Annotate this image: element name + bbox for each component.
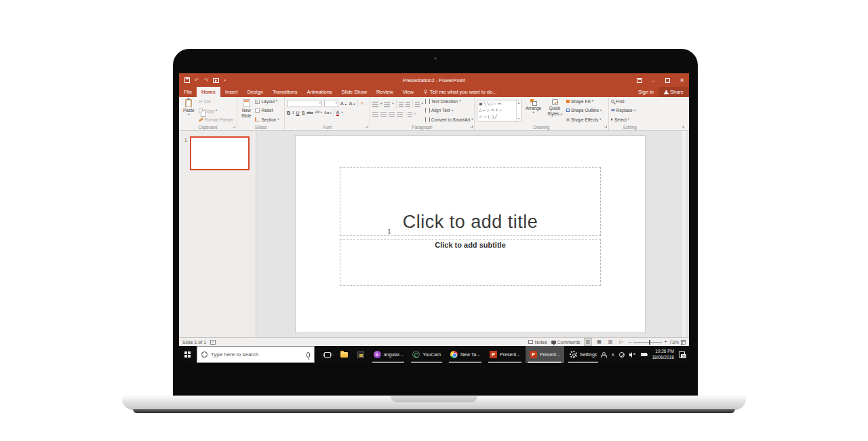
strikethrough-button[interactable]: abc: [307, 111, 313, 115]
start-slideshow-icon[interactable]: [213, 78, 219, 83]
powerpoint-window-1-button[interactable]: PPresent...: [486, 346, 524, 363]
font-name-combo[interactable]: ▾: [287, 100, 322, 107]
restore-button[interactable]: [660, 73, 675, 87]
search-input[interactable]: [211, 351, 303, 358]
align-left-icon[interactable]: [372, 112, 378, 117]
shapes-gallery-scrollbar[interactable]: ▲▾: [516, 100, 521, 121]
start-button[interactable]: [179, 346, 197, 363]
volume-muted-icon[interactable]: [629, 352, 636, 358]
underline-button[interactable]: U: [296, 111, 299, 115]
slide-thumbnail-selected[interactable]: [190, 136, 250, 170]
dialog-launcher-icon[interactable]: [604, 126, 607, 128]
align-right-icon[interactable]: [389, 112, 395, 117]
layout-button[interactable]: Layout▾: [255, 99, 279, 104]
tab-file[interactable]: File: [179, 87, 197, 97]
line-spacing-icon[interactable]: [415, 102, 420, 107]
find-button[interactable]: Find: [611, 99, 635, 104]
slideshow-view-button[interactable]: ▷: [618, 339, 624, 345]
photos-app-button[interactable]: [353, 346, 368, 363]
zoom-slider-thumb[interactable]: [649, 340, 650, 345]
title-placeholder[interactable]: Click to add title: [340, 167, 601, 236]
cut-button[interactable]: ✂Cut: [199, 99, 234, 104]
file-explorer-button[interactable]: [336, 346, 352, 363]
tray-clock[interactable]: 10:26 PM 18/06/2018: [652, 349, 674, 360]
copy-button[interactable]: Copy▾: [199, 109, 234, 113]
dialog-launcher-icon[interactable]: [233, 126, 235, 128]
tab-review[interactable]: Review: [372, 87, 398, 97]
close-button[interactable]: ✕: [675, 73, 689, 87]
quick-styles-button[interactable]: Quick Styles ▾: [545, 98, 564, 123]
convert-smartart-button[interactable]: Convert to SmartArt▾: [425, 117, 473, 122]
subtitle-placeholder[interactable]: Click to add subtitle: [340, 239, 601, 286]
new-slide-button[interactable]: New Slide: [239, 98, 253, 123]
font-size-combo[interactable]: ▾: [324, 100, 338, 107]
slide-sorter-view-button[interactable]: ▦: [595, 339, 603, 345]
notes-button[interactable]: Notes: [528, 340, 547, 345]
select-button[interactable]: Select▾: [611, 117, 635, 122]
grow-font-button[interactable]: A▲: [340, 101, 347, 106]
vertical-scrollbar[interactable]: [682, 131, 686, 337]
share-button[interactable]: Share: [658, 87, 689, 97]
shapes-gallery[interactable]: ▣╲╲□○▭△⌐◇⇒⇓⌂☆∼( )╱· ▲▾: [477, 100, 521, 121]
reset-button[interactable]: Reset: [255, 108, 279, 113]
dialog-launcher-icon[interactable]: [366, 126, 368, 128]
fit-slide-to-window-icon[interactable]: [681, 340, 686, 345]
customize-qat-icon[interactable]: ▾: [224, 78, 226, 82]
shape-effects-button[interactable]: Shape Effects▾: [566, 117, 601, 122]
redo-icon[interactable]: ↷: [204, 77, 209, 83]
normal-view-button[interactable]: ▥: [585, 339, 592, 345]
clear-formatting-button[interactable]: ✎: [360, 101, 364, 106]
tab-home[interactable]: Home: [197, 87, 220, 97]
shape-fill-button[interactable]: Shape Fill▾: [566, 99, 601, 104]
bullets-icon[interactable]: [372, 102, 378, 107]
undo-icon[interactable]: ↶: [195, 77, 199, 83]
justify-icon[interactable]: [397, 112, 403, 117]
powerpoint-window-2-button[interactable]: PPresent...: [526, 346, 564, 363]
action-center-icon[interactable]: 30: [679, 351, 685, 358]
slide-thumbnail-panel[interactable]: 1: [179, 131, 256, 337]
tab-design[interactable]: Design: [243, 87, 268, 97]
people-icon[interactable]: [601, 352, 606, 358]
dialog-launcher-icon[interactable]: [470, 126, 473, 128]
chrome-app-button[interactable]: New Ta...: [446, 346, 484, 363]
italic-button[interactable]: I: [292, 111, 294, 115]
taskbar-search[interactable]: [197, 346, 315, 363]
arrange-button[interactable]: Arrange ▾: [524, 98, 543, 123]
hidden-icons-chevron[interactable]: ∧: [611, 352, 614, 357]
youcam-app-button[interactable]: YouCam: [408, 346, 445, 363]
columns-icon[interactable]: [408, 112, 412, 117]
save-icon[interactable]: [184, 77, 190, 83]
decrease-indent-icon[interactable]: [399, 102, 403, 107]
settings-app-button[interactable]: Settings: [566, 346, 601, 363]
slide-canvas[interactable]: Click to add title Click to add subtitle…: [296, 136, 645, 332]
tab-transitions[interactable]: Transitions: [268, 87, 302, 97]
text-direction-button[interactable]: Text Direction▾: [425, 99, 473, 104]
battery-icon[interactable]: [641, 353, 647, 356]
angular-app-button[interactable]: Aangular...: [370, 346, 408, 363]
increase-indent-icon[interactable]: [406, 102, 410, 107]
font-color-button[interactable]: A: [336, 110, 340, 116]
collapse-ribbon-icon[interactable]: ∧: [682, 124, 685, 129]
replace-button[interactable]: abReplace▾: [611, 108, 635, 113]
task-view-button[interactable]: [320, 346, 335, 363]
align-center-icon[interactable]: [380, 112, 387, 117]
tell-me-box[interactable]: Tell me what you want to do...: [418, 87, 502, 97]
format-painter-button[interactable]: Format Painter: [199, 117, 234, 122]
tab-insert[interactable]: Insert: [220, 87, 243, 97]
tab-view[interactable]: View: [398, 87, 418, 97]
shrink-font-button[interactable]: A▼: [349, 101, 356, 106]
zoom-slider[interactable]: [633, 342, 662, 343]
character-spacing-button[interactable]: AV▾: [315, 111, 322, 115]
align-text-button[interactable]: Align Text▾: [425, 108, 473, 113]
sign-in-button[interactable]: Sign in: [633, 89, 658, 95]
network-icon[interactable]: [619, 352, 625, 358]
text-shadow-button[interactable]: S: [301, 111, 304, 115]
microphone-icon[interactable]: [307, 352, 310, 358]
numbering-icon[interactable]: [384, 102, 390, 107]
tab-animations[interactable]: Animations: [302, 87, 336, 97]
ribbon-display-options-button[interactable]: [632, 73, 646, 87]
reading-view-button[interactable]: ▥: [607, 339, 614, 345]
paste-button[interactable]: Paste ▾: [181, 98, 197, 123]
comments-button[interactable]: Comments: [551, 340, 580, 345]
spellcheck-icon[interactable]: ✓: [210, 340, 216, 345]
